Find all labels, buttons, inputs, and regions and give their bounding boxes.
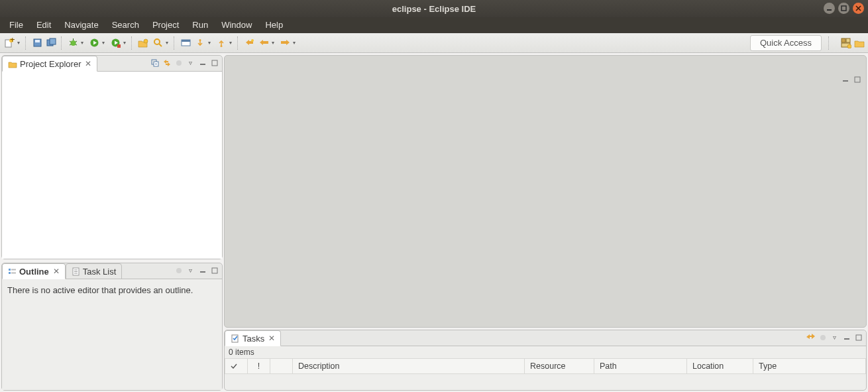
window-minimize-button[interactable] [824, 3, 835, 14]
back-dropdown[interactable]: ▾ [272, 40, 277, 46]
view-menu-button[interactable]: ▿ [186, 265, 195, 275]
menu-search[interactable]: Search [105, 17, 146, 33]
last-edit-button[interactable] [243, 36, 256, 50]
menu-navigate[interactable]: Navigate [58, 17, 105, 33]
menu-bar: File Edit Navigate Search Project Run Wi… [0, 17, 868, 33]
outline-body: There is no active editor that provides … [2, 279, 222, 390]
resource-perspective-button[interactable] [853, 37, 865, 49]
svg-rect-57 [855, 77, 860, 82]
svg-rect-21 [117, 44, 121, 48]
tasks-filter-button[interactable] [806, 332, 816, 342]
tasks-col-type[interactable]: Type [753, 359, 866, 374]
forward-dropdown[interactable]: ▾ [293, 40, 298, 46]
search-dropdown[interactable]: ▾ [166, 40, 171, 46]
run-button[interactable] [87, 36, 101, 50]
maximize-view-button[interactable] [209, 58, 219, 68]
toolbar-separator [174, 36, 176, 50]
svg-line-13 [70, 41, 72, 42]
outline-empty-message: There is no active editor that provides … [7, 285, 193, 295]
svg-point-11 [70, 40, 76, 46]
save-button[interactable] [30, 36, 44, 50]
quick-access-placeholder: Quick Access [760, 38, 812, 48]
annotation-prev-dropdown[interactable]: ▾ [208, 40, 213, 46]
project-explorer-view: Project Explorer ✕ ▿ [1, 55, 223, 259]
tasks-tab[interactable]: Tasks ✕ [225, 330, 281, 346]
view-menu-button[interactable]: ▿ [830, 332, 840, 342]
focus-task-button[interactable] [818, 332, 828, 342]
annotation-prev-button[interactable] [193, 36, 207, 50]
debug-dropdown[interactable]: ▾ [81, 40, 86, 46]
tasks-col-priority[interactable]: ! [248, 359, 270, 374]
svg-rect-54 [200, 271, 205, 273]
minimize-view-button[interactable] [197, 265, 207, 275]
menu-run[interactable]: Run [186, 17, 215, 33]
new-dropdown[interactable]: ▾ [17, 40, 23, 46]
svg-rect-8 [35, 40, 40, 42]
outline-tab[interactable]: Outline ✕ [2, 263, 66, 279]
tasks-tab-label: Tasks [243, 334, 264, 344]
annotation-next-button[interactable] [215, 36, 228, 50]
menu-window[interactable]: Window [215, 17, 258, 33]
toggle-breadcrumb-button[interactable] [179, 36, 192, 50]
tasks-col-location[interactable]: Location [687, 359, 753, 374]
right-column: Tasks ✕ ▿ 0 items ! Description [224, 53, 868, 392]
svg-point-27 [199, 39, 201, 41]
tasks-icon [231, 334, 240, 343]
tasks-col-complete[interactable] [225, 359, 248, 374]
close-icon[interactable]: ✕ [268, 334, 275, 343]
maximize-view-button[interactable] [209, 265, 219, 275]
minimize-view-button[interactable] [841, 332, 851, 342]
menu-project[interactable]: Project [146, 17, 186, 33]
run-last-dropdown[interactable]: ▾ [123, 40, 129, 46]
project-explorer-tabrow: Project Explorer ✕ ▿ [2, 56, 222, 72]
collapse-all-button[interactable] [150, 58, 160, 68]
save-all-button[interactable] [45, 36, 58, 50]
main-toolbar: + ▾ ▾ ▾ ▾ ▾ ▾ ▾ ▾ ▾ Quick Access [0, 33, 868, 53]
annotation-next-dropdown[interactable]: ▾ [229, 40, 235, 46]
menu-help[interactable]: Help [258, 17, 290, 33]
task-list-tab[interactable]: Task List [66, 263, 123, 279]
search-button[interactable] [151, 36, 164, 50]
svg-rect-45 [9, 269, 11, 271]
quick-access-input[interactable]: Quick Access [750, 35, 822, 51]
tasks-col-blank[interactable] [270, 359, 293, 374]
view-menu-button[interactable]: ▿ [186, 58, 195, 68]
menu-file[interactable]: File [3, 17, 30, 33]
svg-rect-43 [200, 64, 205, 65]
tasks-col-resource[interactable]: Resource [525, 359, 594, 374]
tasks-col-path[interactable]: Path [594, 359, 687, 374]
svg-rect-10 [50, 38, 56, 44]
new-button[interactable]: + [3, 36, 16, 50]
minimize-view-button[interactable] [197, 58, 207, 68]
tasks-col-description[interactable]: Description [293, 359, 525, 374]
focus-task-button[interactable] [174, 265, 184, 275]
svg-rect-0 [827, 9, 832, 11]
outline-tab-label: Outline [19, 267, 49, 277]
svg-text:+: + [10, 38, 15, 44]
window-close-button[interactable] [853, 3, 864, 14]
tasks-table[interactable]: ! Description Resource Path Location Typ… [225, 358, 866, 374]
run-dropdown[interactable]: ▾ [102, 40, 107, 46]
run-last-button[interactable] [109, 36, 122, 50]
link-editor-button[interactable] [162, 58, 172, 68]
menu-edit[interactable]: Edit [30, 17, 58, 33]
minimize-editor-button[interactable] [840, 74, 850, 84]
open-type-button[interactable] [136, 36, 150, 50]
close-icon[interactable]: ✕ [53, 267, 60, 276]
project-explorer-body[interactable] [2, 72, 222, 259]
window-maximize-button[interactable] [838, 3, 849, 14]
svg-rect-61 [844, 338, 849, 340]
folder-icon [8, 60, 17, 68]
svg-rect-48 [11, 272, 16, 273]
forward-button[interactable] [278, 36, 292, 50]
editor-area[interactable] [224, 55, 867, 328]
svg-point-22 [144, 39, 148, 43]
back-button[interactable] [257, 36, 270, 50]
close-icon[interactable]: ✕ [85, 59, 91, 68]
open-perspective-button[interactable] [840, 37, 852, 49]
maximize-view-button[interactable] [853, 332, 863, 342]
maximize-editor-button[interactable] [852, 74, 862, 84]
focus-task-button[interactable] [174, 58, 184, 68]
debug-button[interactable] [66, 36, 80, 50]
project-explorer-tab[interactable]: Project Explorer ✕ [2, 56, 97, 72]
